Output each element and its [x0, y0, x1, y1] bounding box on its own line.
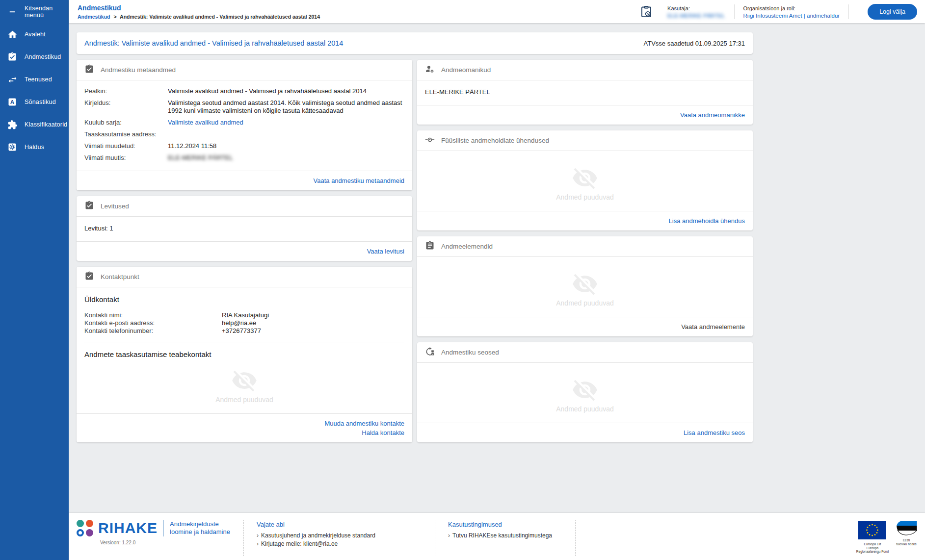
sidebar: Kitsendan menüü Avaleht Andmestikud Teen… — [0, 0, 69, 560]
view-metadata-link[interactable]: Vaata andmestiku metaandmeid — [314, 176, 404, 185]
services-icon — [6, 75, 18, 85]
contact-card-body: Üldkontakt Kontakti nimi: RIA Kasutajatu… — [77, 287, 412, 413]
storage-card-footer: Lisa andmehoidla ühendus — [417, 211, 753, 230]
relations-card-footer: Lisa andmestiku seos — [417, 423, 753, 442]
rotate-squares-icon — [425, 347, 435, 358]
card-title: Andmeelemendid — [441, 243, 493, 250]
estonia-flag-icon — [896, 521, 917, 535]
field-label: Pealkiri: — [84, 87, 168, 95]
app-root: Kitsendan menüü Avaleht Andmestikud Teen… — [0, 0, 925, 560]
sidebar-item-label: Sõnastikud — [25, 99, 56, 105]
topbar: Andmestikud Andmestikud > Andmestik: Val… — [69, 0, 925, 23]
clipboard-check-icon — [84, 201, 94, 212]
relations-card-header: Andmestiku seosed — [417, 342, 753, 363]
sidebar-item-label: Andmestikud — [25, 53, 61, 60]
card-title: Füüsiliste andmehoidlate ühendused — [441, 137, 549, 144]
field-label: Viimati muudetud: — [84, 142, 168, 150]
help-link-user-guide[interactable]: Kasutusjuhend ja andmekirjelduse standar… — [257, 532, 421, 540]
breadcrumb-root-link[interactable]: Andmestikud — [78, 14, 110, 20]
content-area: Andmestik: Valimiste avalikud andmed - V… — [69, 23, 925, 513]
field-label: Taaskasutamise aadress: — [84, 130, 168, 138]
terms-heading[interactable]: Kasutustingimused — [448, 521, 561, 528]
view-owners-link[interactable]: Vaata andmeomanikke — [680, 110, 745, 120]
card-title: Kontaktpunkt — [101, 273, 139, 280]
eye-off-icon — [572, 165, 598, 191]
view-data-elements-link[interactable]: Vaata andmeelemente — [681, 322, 745, 331]
clipboard-list-icon — [425, 241, 435, 252]
sidebar-item-label: Teenused — [25, 76, 52, 83]
empty-state-text: Andmed puuduvad — [556, 299, 614, 307]
metadata-card-footer: Vaata andmestiku metaandmeid — [77, 171, 412, 190]
footer-brand: RIHAKE Andmekirjeldusteloomine ja haldam… — [77, 520, 235, 556]
home-icon — [6, 29, 18, 40]
field-row: Viimati muutis: ELE-MERIKE PÄRTEL — [84, 154, 404, 162]
help-heading[interactable]: Vajate abi — [257, 521, 421, 528]
datasets-icon — [6, 52, 18, 62]
field-value: 11.12.2024 11:58 — [168, 142, 216, 150]
sidebar-item-label: Kitsendan menüü — [25, 5, 65, 19]
field-row: Kirjeldus: Valimistega seotud andmed aas… — [84, 99, 404, 115]
card-title: Andmeomanikud — [441, 66, 491, 74]
eu-flag-icon — [858, 521, 886, 539]
breadcrumb-separator: > — [113, 14, 116, 20]
field-label: Kuulub sarja: — [84, 119, 168, 127]
metadata-card-header: Andmestiku metaandmed — [77, 60, 412, 80]
logout-button[interactable]: Logi välja — [868, 4, 917, 20]
sidebar-item-label: Haldus — [25, 144, 44, 151]
help-link-email[interactable]: Kirjutage meile: klient@ria.ee — [257, 540, 421, 548]
eu-logo-caption: Euroopa Liit Euroopa Regionaalarengu Fon… — [856, 542, 889, 554]
user-name: ELE-MERIKE PÄRTEL — [667, 13, 725, 19]
terms-link[interactable]: Tutvu RIHAKEse kasutustingimustega — [448, 532, 561, 540]
sidebar-item-collapse-menu[interactable]: Kitsendan menüü — [0, 0, 69, 23]
card-title: Levitused — [101, 203, 129, 210]
svg-text:A: A — [10, 99, 15, 105]
clipboard-clock-icon[interactable] — [640, 5, 653, 18]
storage-card-body: Andmed puuduvad — [417, 151, 753, 211]
series-link[interactable]: Valimiste avalikud andmed — [168, 119, 243, 127]
footer-help-section: Vajate abi Kasutusjuhend ja andmekirjeld… — [243, 520, 426, 556]
field-row: Taaskasutamise aadress: — [84, 130, 404, 138]
user-block: Kasutaja: ELE-MERIKE PÄRTEL — [667, 4, 725, 19]
elements-card-header: Andmeelemendid — [417, 236, 753, 257]
dataset-relations-card: Andmestiku seosed Andmed puuduvad Lisa a… — [417, 342, 753, 442]
clipboard-check-icon — [84, 271, 94, 282]
right-column: Andmeomanikud ELE-MERIKE PÄRTEL Vaata an… — [417, 60, 753, 442]
sidebar-item-home[interactable]: Avaleht — [0, 23, 69, 46]
footer-logos: Euroopa Liit Euroopa Regionaalarengu Fon… — [856, 521, 917, 556]
field-row: Viimati muudetud: 11.12.2024 11:58 — [84, 142, 404, 150]
add-dataset-relation-link[interactable]: Lisa andmestiku seos — [684, 428, 745, 437]
dictionaries-icon: A — [6, 97, 18, 107]
classifiers-icon — [6, 120, 18, 130]
brand-name: RIHAKE — [98, 521, 158, 535]
contact-card-footer: Muuda andmestiku kontakte Halda kontakte — [77, 413, 412, 442]
empty-state-text: Andmed puuduvad — [215, 396, 273, 404]
sidebar-item-administration[interactable]: Haldus — [0, 136, 69, 158]
distributions-card: Levitused Levitusi: 1 Vaata levitusi — [77, 196, 412, 261]
sidebar-item-datasets[interactable]: Andmestikud — [0, 46, 69, 68]
storage-connections-card: Füüsiliste andmehoidlate ühendused Andme… — [417, 130, 753, 230]
page-title: Andmestik: Valimiste avalikud andmed - V… — [84, 39, 343, 47]
sidebar-item-services[interactable]: Teenused — [0, 68, 69, 91]
empty-state: Andmed puuduvad — [425, 370, 745, 418]
owners-card-body: ELE-MERIKE PÄRTEL — [417, 80, 753, 105]
manage-contacts-link[interactable]: Halda kontakte — [362, 428, 404, 437]
brand-divider — [163, 520, 164, 536]
rihake-logo[interactable]: RIHAKE Andmekirjeldusteloomine ja haldam… — [77, 520, 235, 536]
person-gear-icon — [425, 64, 435, 76]
sidebar-item-dictionaries[interactable]: A Sõnastikud — [0, 91, 69, 113]
empty-state: Andmed puuduvad — [84, 360, 404, 408]
footer-divider — [575, 520, 856, 556]
brand-tagline: Andmekirjeldusteloomine ja haldamine — [170, 520, 230, 536]
field-value: help@ria.ee — [222, 319, 256, 327]
add-storage-connection-link[interactable]: Lisa andmehoidla ühendus — [669, 216, 745, 226]
edit-contacts-link[interactable]: Muuda andmestiku kontakte — [324, 419, 404, 428]
left-column: Andmestiku metaandmed Pealkiri: Valimist… — [77, 60, 412, 442]
sidebar-item-classifiers[interactable]: Klassifikaatorid — [0, 113, 69, 136]
empty-state-text: Andmed puuduvad — [556, 193, 614, 201]
field-value: Valimiste avalikud andmed - Valimised ja… — [168, 87, 367, 95]
organisation-block: Organisatsioon ja roll: Riigi Infosüstee… — [743, 4, 840, 19]
view-distributions-link[interactable]: Vaata levitusi — [367, 247, 404, 256]
distribution-count: Levitusi: 1 — [84, 225, 113, 232]
contact-card: Kontaktpunkt Üldkontakt Kontakti nimi: R… — [77, 267, 412, 442]
topbar-left: Andmestikud Andmestikud > Andmestik: Val… — [78, 0, 320, 23]
